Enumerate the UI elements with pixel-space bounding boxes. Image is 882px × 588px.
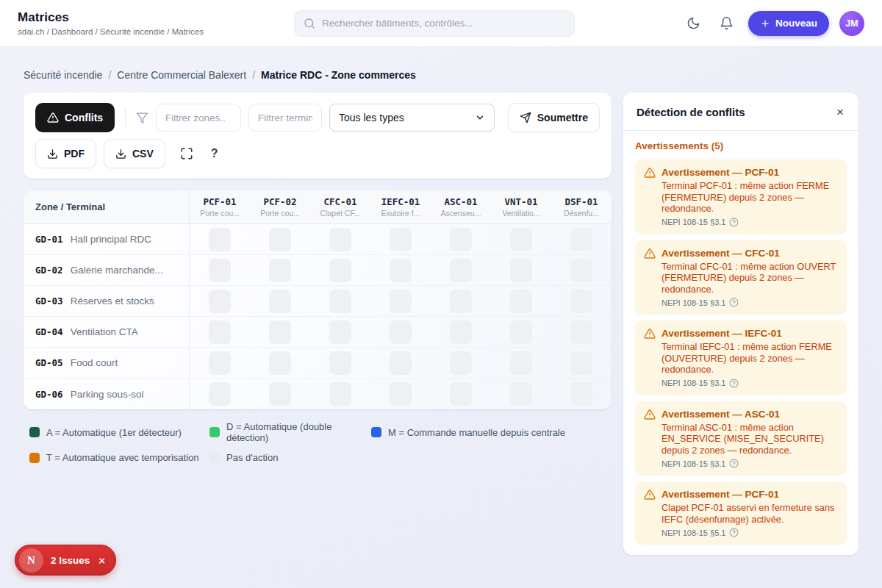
action-chip-empty[interactable] (510, 382, 532, 406)
help-circle-icon[interactable] (729, 298, 739, 307)
table-row: GD-01Hall principal RDC (24, 224, 612, 255)
warning-reference: NEPI 108-15 §3.1 (662, 218, 838, 227)
dev-issues-badge[interactable]: N 2 Issues × (15, 545, 116, 576)
action-chip-empty[interactable] (510, 228, 532, 251)
export-pdf-button[interactable]: PDF (35, 139, 96, 168)
warning-reference: NEPI 108-15 §3.1 (662, 379, 838, 388)
breadcrumb-link-1[interactable]: Sécurité incendie (24, 69, 102, 81)
terminal-description: Ventilatio... (491, 209, 551, 218)
action-chip-empty[interactable] (209, 382, 231, 406)
zone-cell: GD-04Ventilation CTA (24, 317, 190, 347)
action-chip-empty[interactable] (390, 382, 412, 406)
terminal-column-header: DSF-01Désenfu... (551, 190, 612, 223)
legend-swatch (371, 427, 381, 437)
action-chip-empty[interactable] (269, 228, 291, 251)
action-chip-empty[interactable] (570, 259, 592, 282)
action-chip-empty[interactable] (269, 320, 291, 344)
help-circle-icon[interactable] (729, 459, 739, 468)
warning-norm-reference: NEPI 108-15 §3.1 (662, 459, 725, 468)
action-chip-empty[interactable] (269, 290, 291, 313)
action-chip-empty[interactable] (570, 290, 592, 313)
warning-reference: NEPI 108-15 §3.1 (662, 298, 838, 307)
warning-message: Terminal PCF-01 : même action FERME (FER… (662, 180, 838, 215)
warning-triangle-icon (644, 409, 656, 420)
warning-reference: NEPI 108-15 §3.1 (662, 459, 838, 468)
global-search[interactable] (294, 10, 575, 37)
action-chip-empty[interactable] (209, 320, 231, 344)
matrix-header-row: Zone / Terminal PCF-01Porte cou...PCF-02… (24, 190, 612, 224)
action-chip-empty[interactable] (209, 228, 231, 251)
action-chip-empty[interactable] (570, 382, 592, 406)
warning-triangle-icon (644, 489, 656, 501)
filter-zones-input[interactable] (156, 104, 241, 132)
new-button[interactable]: Nouveau (748, 11, 829, 36)
terminal-code: CFC-01 (310, 196, 370, 207)
action-chip-empty[interactable] (510, 320, 532, 344)
matrix-cell (250, 286, 310, 316)
submit-button[interactable]: Soumettre (508, 103, 600, 132)
terminal-description: Porte cou... (190, 209, 250, 218)
action-chip-empty[interactable] (510, 259, 532, 282)
action-chip-empty[interactable] (329, 351, 351, 375)
fullscreen-button[interactable] (177, 144, 196, 163)
help-circle-icon[interactable] (729, 218, 739, 227)
breadcrumb-link-2[interactable]: Centre Commercial Balexert (117, 69, 246, 81)
action-chip-empty[interactable] (390, 290, 412, 313)
action-chip-empty[interactable] (209, 290, 231, 313)
legend-swatch (29, 453, 40, 463)
warning-triangle-icon (644, 248, 656, 259)
warnings-list: Avertissement — PCF-01Terminal PCF-01 : … (635, 159, 847, 545)
action-chip-empty[interactable] (390, 259, 412, 282)
type-select[interactable]: Tous les types (329, 104, 495, 132)
action-chip-empty[interactable] (269, 259, 291, 282)
action-chip-empty[interactable] (570, 320, 592, 344)
action-chip-empty[interactable] (450, 228, 472, 251)
terminal-column-header: PCF-01Porte cou... (190, 190, 250, 223)
action-chip-empty[interactable] (450, 382, 472, 406)
close-panel-button[interactable]: × (835, 104, 845, 120)
action-chip-empty[interactable] (329, 382, 351, 406)
action-chip-empty[interactable] (570, 351, 592, 375)
action-chip-empty[interactable] (570, 228, 592, 251)
action-chip-empty[interactable] (269, 382, 291, 406)
search-input[interactable] (322, 18, 565, 29)
matrix-cell (250, 379, 310, 409)
matrix-cell (370, 317, 431, 347)
warning-card-header: Avertissement — IEFC-01 (644, 327, 838, 340)
help-circle-icon[interactable] (729, 379, 739, 388)
action-chip-empty[interactable] (390, 228, 412, 251)
zone-name: Food court (71, 357, 118, 368)
notifications-button[interactable] (715, 12, 738, 35)
conflicts-button[interactable]: Conflits (35, 103, 115, 132)
action-chip-empty[interactable] (209, 351, 231, 375)
filter-terminals-input[interactable] (248, 104, 322, 132)
csv-button-label: CSV (132, 148, 154, 159)
action-chip-empty[interactable] (450, 320, 472, 344)
zone-action-cells (190, 224, 612, 254)
matrix-section: Conflits Tous les types Soumettre (24, 93, 612, 463)
help-button[interactable]: ? (211, 147, 218, 160)
action-chip-empty[interactable] (329, 320, 351, 344)
action-chip-empty[interactable] (510, 290, 532, 313)
close-icon[interactable]: × (97, 554, 105, 567)
action-chip-empty[interactable] (390, 351, 412, 375)
avatar[interactable]: JM (839, 11, 864, 36)
terminal-description: Porte cou... (250, 209, 310, 218)
matrix-header-columns: PCF-01Porte cou...PCF-02Porte cou...CFC-… (190, 190, 612, 223)
action-chip-empty[interactable] (329, 228, 351, 251)
help-circle-icon[interactable] (729, 528, 739, 537)
warning-reference: NEPI 108-15 §5.1 (662, 528, 838, 537)
action-chip-empty[interactable] (510, 351, 532, 375)
dark-mode-toggle[interactable] (682, 12, 705, 35)
zone-action-cells (190, 379, 612, 409)
action-chip-empty[interactable] (269, 351, 291, 375)
action-chip-empty[interactable] (329, 259, 351, 282)
action-chip-empty[interactable] (450, 259, 472, 282)
action-chip-empty[interactable] (329, 290, 351, 313)
export-csv-button[interactable]: CSV (104, 139, 165, 168)
action-chip-empty[interactable] (209, 259, 231, 282)
filter-funnel-icon (136, 112, 148, 124)
action-chip-empty[interactable] (450, 290, 472, 313)
action-chip-empty[interactable] (450, 351, 472, 375)
action-chip-empty[interactable] (390, 320, 412, 344)
